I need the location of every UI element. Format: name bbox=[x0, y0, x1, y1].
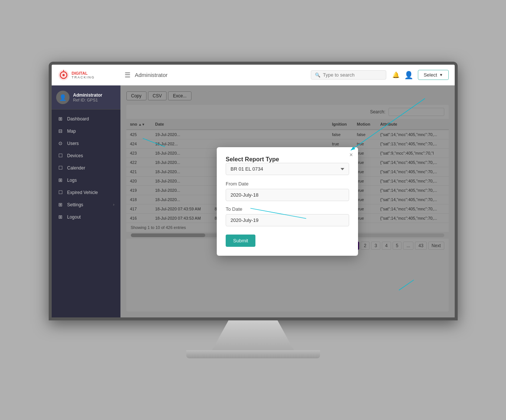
sidebar-item-logs[interactable]: ⊞ Logs bbox=[52, 174, 120, 186]
topbar-icons: 🔔 👤 Select ▼ bbox=[392, 70, 448, 80]
calendar-icon: ☐ bbox=[58, 165, 64, 171]
monitor-base bbox=[186, 350, 320, 358]
search-input[interactable] bbox=[323, 72, 382, 78]
chevron-right-icon: › bbox=[113, 203, 114, 207]
hamburger-icon[interactable]: ☰ bbox=[125, 71, 130, 79]
sidebar-item-calendar[interactable]: ☐ Calender bbox=[52, 162, 120, 174]
sidebar-item-map[interactable]: ⊟ Map bbox=[52, 125, 120, 137]
modal-close-button[interactable]: × bbox=[349, 152, 353, 158]
search-box: 🔍 bbox=[311, 70, 386, 80]
modal-overlay: Select Report Type × BR 01 EL 0734 From … bbox=[120, 85, 455, 317]
monitor-screen: DIGITAL TRACKING ☰ Administrator 🔍 🔔 👤 S… bbox=[49, 62, 458, 320]
avatar: 👤 bbox=[56, 91, 70, 104]
sidebar-item-dashboard[interactable]: ⊞ Dashboard bbox=[52, 113, 120, 125]
admin-title: Administrator bbox=[135, 72, 311, 78]
monitor-stand bbox=[212, 320, 294, 350]
profile-name: Administrator bbox=[73, 93, 103, 98]
from-date-label: From Date bbox=[226, 181, 349, 187]
profile-ref: Ref ID: GPS1 bbox=[73, 98, 103, 102]
dashboard-icon: ⊞ bbox=[58, 116, 64, 122]
logo-area: DIGITAL TRACKING bbox=[58, 69, 117, 81]
settings-icon: ⊞ bbox=[58, 202, 64, 207]
sidebar-item-label: Settings bbox=[67, 202, 83, 207]
topbar: DIGITAL TRACKING ☰ Administrator 🔍 🔔 👤 S… bbox=[52, 65, 455, 85]
user-icon[interactable]: 👤 bbox=[404, 71, 413, 80]
sidebar: 👤 Administrator Ref ID: GPS1 ⊞ Dashboard bbox=[52, 85, 120, 317]
logo-icon bbox=[58, 69, 70, 81]
modal-title: Select Report Type bbox=[226, 156, 279, 162]
users-icon: ⊙ bbox=[58, 140, 64, 146]
from-date-group: From Date bbox=[226, 181, 349, 201]
sidebar-item-label: Dashboard bbox=[67, 116, 89, 122]
modal-dialog: Select Report Type × BR 01 EL 0734 From … bbox=[217, 147, 358, 256]
map-icon: ⊟ bbox=[58, 128, 64, 134]
content: Copy CSV Exce... Search: bbox=[120, 85, 455, 317]
to-date-group: To Date bbox=[226, 206, 349, 226]
logs-icon: ⊞ bbox=[58, 177, 64, 183]
sidebar-item-label: Map bbox=[67, 129, 76, 134]
profile-info: Administrator Ref ID: GPS1 bbox=[73, 93, 103, 102]
sidebar-item-label: Users bbox=[67, 141, 79, 146]
submit-button[interactable]: Submit bbox=[226, 235, 255, 247]
select-button[interactable]: Select ▼ bbox=[418, 70, 448, 80]
sidebar-profile: 👤 Administrator Ref ID: GPS1 bbox=[52, 85, 120, 110]
logo-text: DIGITAL TRACKING bbox=[72, 71, 95, 79]
expired-icon: ☐ bbox=[58, 190, 64, 195]
app-shell: DIGITAL TRACKING ☰ Administrator 🔍 🔔 👤 S… bbox=[52, 65, 455, 317]
main-area: 👤 Administrator Ref ID: GPS1 ⊞ Dashboard bbox=[52, 85, 455, 317]
to-date-input[interactable] bbox=[226, 214, 349, 226]
vehicle-dropdown[interactable]: BR 01 EL 0734 bbox=[226, 163, 349, 175]
devices-icon: ☐ bbox=[58, 153, 64, 158]
sidebar-item-users[interactable]: ⊙ Users bbox=[52, 137, 120, 149]
logout-icon: ⊞ bbox=[58, 214, 64, 220]
sidebar-item-label: Devices bbox=[67, 153, 83, 158]
svg-point-2 bbox=[62, 74, 65, 76]
sidebar-item-label: Calender bbox=[67, 165, 86, 171]
sidebar-item-devices[interactable]: ☐ Devices bbox=[52, 149, 120, 162]
bell-icon[interactable]: 🔔 bbox=[392, 71, 400, 78]
sidebar-item-expired-vehicle[interactable]: ☐ Expired Vehicle bbox=[52, 186, 120, 198]
dropdown-icon: ▼ bbox=[439, 73, 443, 77]
sidebar-item-logout[interactable]: ⊞ Logout bbox=[52, 211, 120, 223]
sidebar-item-label: Logout bbox=[67, 214, 81, 220]
to-date-label: To Date bbox=[226, 206, 349, 212]
from-date-input[interactable] bbox=[226, 189, 349, 201]
search-icon: 🔍 bbox=[315, 72, 320, 78]
sidebar-item-label: Logs bbox=[67, 178, 77, 183]
sidebar-item-settings[interactable]: ⊞ Settings › bbox=[52, 198, 120, 211]
sidebar-nav: ⊞ Dashboard ⊟ Map ⊙ Users ☐ bbox=[52, 110, 120, 317]
sidebar-item-label: Expired Vehicle bbox=[67, 190, 98, 195]
